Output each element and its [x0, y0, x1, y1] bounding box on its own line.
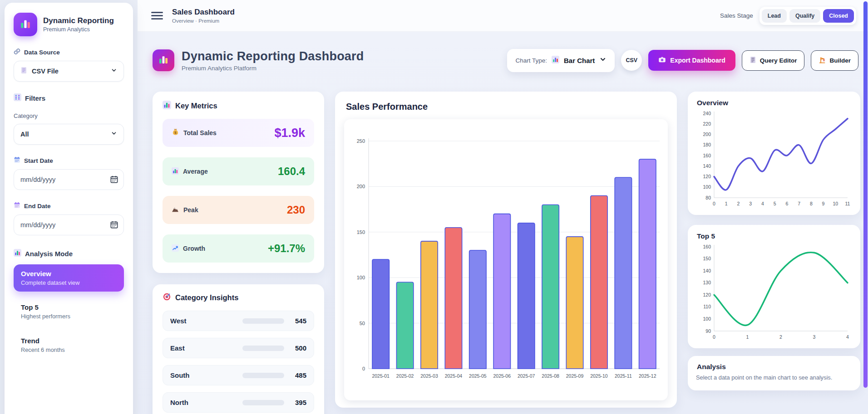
sidebar-logo-row: Dynamic Reporting Premium Analytics — [14, 13, 124, 36]
svg-text:10: 10 — [833, 201, 838, 206]
sales-stage-group: Lead Qualify Closed — [760, 7, 856, 25]
overview-card: Overview 8010012014016018020022024001234… — [688, 92, 860, 215]
category-bar — [242, 346, 284, 351]
svg-text:80: 80 — [705, 195, 711, 200]
main-chart-panel[interactable]: 0501001502002502025-012025-022025-032025… — [344, 119, 668, 400]
data-source-select[interactable]: CSV File — [14, 61, 124, 82]
bar-chart-icon — [163, 101, 171, 111]
sales-performance-bar-chart[interactable]: 0501001502002502025-012025-022025-032025… — [344, 123, 668, 395]
category-bar — [242, 400, 284, 405]
stage-qualify-button[interactable]: Qualify — [789, 9, 820, 23]
category-insights-card: Category Insights West 545 East 500 Sout… — [153, 284, 324, 414]
sales-performance-card: Sales Performance 0501001502002502025-01… — [335, 92, 677, 408]
bar-chart-icon — [552, 56, 559, 65]
start-date-input[interactable] — [14, 169, 124, 190]
svg-text:50: 50 — [360, 321, 365, 326]
analysis-card: Analysis Select a data point on the main… — [688, 356, 860, 390]
chart-type-select[interactable]: Chart Type: Bar Chart — [507, 49, 615, 72]
svg-text:3: 3 — [749, 201, 752, 206]
sidebar-item-trend[interactable]: Trend Recent 6 months — [14, 331, 124, 359]
svg-text:2025-03: 2025-03 — [420, 373, 438, 379]
content-grid: Key Metrics $ Total Sales $1.9k — [153, 92, 859, 414]
svg-text:2025-12: 2025-12 — [639, 373, 656, 379]
key-metrics-header: Key Metrics — [163, 101, 314, 111]
svg-text:110: 110 — [703, 304, 711, 309]
sidebar-app-title: Dynamic Reporting — [43, 16, 114, 25]
link-icon — [14, 48, 20, 56]
calendar-picker-icon[interactable] — [110, 220, 118, 231]
svg-text:9: 9 — [822, 201, 825, 206]
stage-lead-button[interactable]: Lead — [762, 9, 787, 23]
svg-text:1: 1 — [725, 201, 728, 206]
sales-stage-label: Sales Stage — [720, 12, 753, 19]
chart-type-value: Bar Chart — [564, 57, 595, 64]
svg-text:180: 180 — [703, 142, 711, 147]
category-row[interactable]: North 395 — [163, 392, 314, 413]
category-value: All — [20, 131, 29, 138]
builder-button[interactable]: Builder — [811, 50, 858, 71]
sidebar-item-overview[interactable]: Overview Complete dataset view — [14, 264, 124, 292]
app-logo — [14, 13, 37, 36]
svg-text:7: 7 — [798, 201, 800, 206]
svg-text:4: 4 — [846, 334, 849, 340]
sidebar: Dynamic Reporting Premium Analytics Data… — [5, 3, 133, 414]
start-date-label: Start Date — [14, 156, 124, 165]
svg-text:6: 6 — [785, 201, 788, 206]
svg-text:120: 120 — [703, 174, 711, 179]
metric-value: 230 — [287, 204, 305, 216]
metric-value: +91.7% — [268, 242, 305, 255]
svg-text:0: 0 — [362, 366, 365, 371]
svg-text:160: 160 — [703, 153, 711, 158]
svg-text:2025-08: 2025-08 — [542, 373, 559, 379]
dashboard-subtitle: Premium Analytics Platform — [182, 65, 364, 72]
svg-text:100: 100 — [357, 275, 365, 280]
svg-text:130: 130 — [703, 280, 711, 285]
trend-up-icon — [172, 244, 179, 253]
svg-text:2025-02: 2025-02 — [396, 373, 414, 379]
category-row[interactable]: West 545 — [163, 311, 314, 331]
category-row[interactable]: South 485 — [163, 365, 314, 385]
svg-text:120: 120 — [703, 292, 711, 297]
calendar-picker-icon[interactable] — [110, 175, 118, 185]
svg-text:0: 0 — [713, 334, 715, 340]
svg-text:5: 5 — [774, 201, 776, 206]
svg-text:1: 1 — [746, 334, 749, 340]
metric-value: 160.4 — [278, 165, 305, 178]
document-icon — [20, 67, 27, 76]
svg-text:2: 2 — [737, 201, 740, 206]
key-metrics-card: Key Metrics $ Total Sales $1.9k — [153, 92, 324, 273]
dashboard-logo — [153, 49, 174, 71]
svg-text:150: 150 — [357, 229, 365, 235]
svg-text:2025-04: 2025-04 — [445, 373, 463, 379]
chevron-down-icon — [111, 67, 117, 75]
top5-card: Top 5 9010011012013014015016001234 — [688, 225, 860, 348]
overview-line-chart[interactable]: 8010012014016018020022024001234567891011 — [696, 108, 852, 211]
scroll-icon — [750, 56, 756, 65]
scrollbar-thumb[interactable] — [863, 1, 868, 388]
top5-line-chart[interactable]: 9010011012013014015016001234 — [696, 241, 852, 345]
svg-text:200: 200 — [703, 132, 711, 137]
app-screen: Dynamic Reporting Premium Analytics Data… — [0, 0, 868, 414]
svg-text:2025-09: 2025-09 — [566, 373, 584, 379]
category-select[interactable]: All — [14, 124, 124, 145]
sidebar-item-top5[interactable]: Top 5 Highest performers — [14, 298, 124, 325]
svg-text:200: 200 — [357, 184, 365, 189]
svg-text:2025-07: 2025-07 — [518, 373, 535, 379]
scrollbar[interactable] — [863, 0, 868, 414]
svg-text:$: $ — [174, 131, 177, 135]
query-editor-button[interactable]: Query Editor — [742, 50, 805, 71]
svg-text:8: 8 — [810, 201, 813, 206]
chevron-down-icon — [111, 130, 117, 138]
chart-type-label: Chart Type: — [515, 57, 547, 64]
analysis-title: Analysis — [697, 363, 852, 371]
stage-closed-button[interactable]: Closed — [823, 9, 854, 23]
category-row[interactable]: East 500 — [163, 338, 314, 358]
end-date-input[interactable] — [14, 214, 124, 235]
svg-text:0: 0 — [713, 201, 715, 206]
csv-button[interactable]: CSV — [621, 50, 642, 71]
menu-icon[interactable] — [151, 10, 163, 21]
svg-text:140: 140 — [703, 268, 711, 273]
analysis-mode-label: Analysis Mode — [14, 249, 124, 258]
export-dashboard-button[interactable]: Export Dashboard — [648, 50, 735, 71]
svg-text:90: 90 — [705, 328, 711, 334]
